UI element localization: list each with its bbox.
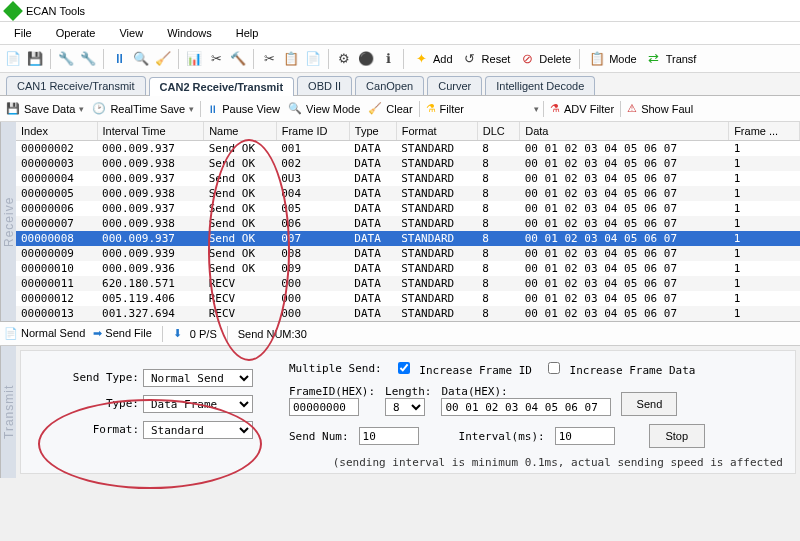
table-row[interactable]: 00000013001.327.694RECV000DATASTANDARD80…: [16, 306, 800, 321]
add-button[interactable]: ✦Add: [410, 49, 455, 69]
type-select[interactable]: Data Frame: [143, 395, 253, 413]
paste-icon[interactable]: 📄: [304, 50, 322, 68]
receive-side-tab[interactable]: Receive: [0, 122, 16, 321]
config2-icon[interactable]: 🔧: [79, 50, 97, 68]
column-header[interactable]: Interval Time: [97, 122, 204, 141]
interval-input[interactable]: [555, 427, 615, 445]
clear-icon[interactable]: 🧹: [154, 50, 172, 68]
menu-operate[interactable]: Operate: [50, 25, 102, 41]
cell-fmt: STANDARD: [396, 156, 477, 171]
transmit-side-tab[interactable]: Transmit: [0, 346, 16, 478]
table-row[interactable]: 00000010000.009.936Send OK009DATASTANDAR…: [16, 261, 800, 276]
send-button[interactable]: Send: [621, 392, 677, 416]
mode-button[interactable]: 📋Mode: [586, 49, 639, 69]
tab-obd2[interactable]: OBD II: [297, 76, 352, 95]
send-type-label: Send Type:: [73, 371, 139, 384]
column-header[interactable]: Format: [396, 122, 477, 141]
table-row[interactable]: 00000003000.009.938Send OK002DATASTANDAR…: [16, 156, 800, 171]
cell-name: RECV: [204, 276, 277, 291]
table-row[interactable]: 00000011620.180.571RECV000DATASTANDARD80…: [16, 276, 800, 291]
cell-itv: 000.009.938: [97, 156, 204, 171]
info-icon[interactable]: ℹ: [379, 50, 397, 68]
increase-frame-data-label: Increase Frame Data: [544, 359, 695, 377]
column-header[interactable]: Type: [349, 122, 396, 141]
menu-windows[interactable]: Windows: [161, 25, 218, 41]
new-icon[interactable]: 📄: [4, 50, 22, 68]
column-header[interactable]: Frame ...: [729, 122, 800, 141]
length-select[interactable]: 8: [385, 398, 425, 416]
clear-button[interactable]: 🧹Clear: [366, 101, 414, 116]
table-row[interactable]: 00000005000.009.938Send OK004DATASTANDAR…: [16, 186, 800, 201]
cut-icon[interactable]: ✂: [260, 50, 278, 68]
table-row[interactable]: 00000009000.009.939Send OK008DATASTANDAR…: [16, 246, 800, 261]
tab-intelligent-decode[interactable]: Intelligent Decode: [485, 76, 595, 95]
table-row[interactable]: 00000002000.009.937Send OK001DATASTANDAR…: [16, 141, 800, 157]
table-row[interactable]: 00000008000.009.937Send OK007DATASTANDAR…: [16, 231, 800, 246]
pause-view-button[interactable]: ⏸Pause View: [205, 102, 282, 116]
menu-view[interactable]: View: [113, 25, 149, 41]
cell-fr: 1: [729, 231, 800, 246]
column-header[interactable]: Name: [204, 122, 277, 141]
format-select[interactable]: Standard: [143, 421, 253, 439]
copy-icon[interactable]: 📋: [282, 50, 300, 68]
increase-frame-id-checkbox[interactable]: [398, 362, 410, 374]
transfer-button[interactable]: ⇄Transf: [643, 49, 699, 69]
adv-filter-button[interactable]: ⚗ADV Filter: [548, 101, 616, 116]
column-header[interactable]: Data: [520, 122, 729, 141]
table-row[interactable]: 00000012005.119.406RECV000DATASTANDARD80…: [16, 291, 800, 306]
tab-canopen[interactable]: CanOpen: [355, 76, 424, 95]
normal-send-button[interactable]: 📄 Normal Send: [4, 327, 85, 340]
frameid-input[interactable]: [289, 398, 359, 416]
send-num-input[interactable]: [359, 427, 419, 445]
show-fault-button[interactable]: ⚠Show Faul: [625, 101, 695, 116]
cell-data: 00 01 02 03 04 05 06 07: [520, 141, 729, 157]
column-header[interactable]: DLC: [477, 122, 519, 141]
tab-curver[interactable]: Curver: [427, 76, 482, 95]
increase-frame-id-label: Increase Frame ID: [394, 359, 532, 377]
tab-can2[interactable]: CAN2 Receive/Transmit: [149, 77, 295, 96]
table-row[interactable]: 00000007000.009.938Send OK006DATASTANDAR…: [16, 216, 800, 231]
table-row[interactable]: 00000004000.009.937Send OK0U3DATASTANDAR…: [16, 171, 800, 186]
realtime-save-button[interactable]: 🕑RealTime Save▾: [90, 101, 196, 116]
reset-button[interactable]: ↺Reset: [459, 49, 513, 69]
cell-dlc: 8: [477, 306, 519, 321]
cell-dlc: 8: [477, 216, 519, 231]
filter-dropdown-icon[interactable]: ▾: [534, 104, 539, 114]
menu-help[interactable]: Help: [230, 25, 265, 41]
view-icon[interactable]: 🔍: [132, 50, 150, 68]
cell-fmt: STANDARD: [396, 261, 477, 276]
increase-frame-data-checkbox[interactable]: [548, 362, 560, 374]
column-header[interactable]: Frame ID: [276, 122, 349, 141]
menu-file[interactable]: File: [8, 25, 38, 41]
tools3-icon[interactable]: 🔨: [229, 50, 247, 68]
stop-button[interactable]: Stop: [649, 424, 705, 448]
table-row[interactable]: 00000006000.009.937Send OK005DATASTANDAR…: [16, 201, 800, 216]
filter-button[interactable]: ⚗Filter: [424, 101, 466, 116]
delete-button[interactable]: ⊘Delete: [516, 49, 573, 69]
cell-name: Send OK: [204, 141, 277, 157]
help-icon[interactable]: ⚫: [357, 50, 375, 68]
tab-can1[interactable]: CAN1 Receive/Transmit: [6, 76, 146, 95]
down-arrow-icon[interactable]: ⬇: [173, 327, 182, 340]
column-header[interactable]: Index: [16, 122, 97, 141]
send-file-button[interactable]: ➡ Send File: [93, 327, 152, 340]
view-mode-button[interactable]: 🔍View Mode: [286, 101, 362, 116]
cell-fid: 0U3: [276, 171, 349, 186]
tools1-icon[interactable]: 📊: [185, 50, 203, 68]
config1-icon[interactable]: 🔧: [57, 50, 75, 68]
cell-itv: 005.119.406: [97, 291, 204, 306]
main-toolbar: 📄 💾 🔧 🔧 ⏸ 🔍 🧹 📊 ✂ 🔨 ✂ 📋 📄 ⚙ ⚫ ℹ ✦Add ↺Re…: [0, 45, 800, 73]
tab-bar: CAN1 Receive/Transmit CAN2 Receive/Trans…: [0, 73, 800, 96]
settings-icon[interactable]: ⚙: [335, 50, 353, 68]
pause-icon[interactable]: ⏸: [110, 50, 128, 68]
cell-name: RECV: [204, 306, 277, 321]
cell-name: Send OK: [204, 216, 277, 231]
send-type-select[interactable]: Normal Send: [143, 369, 253, 387]
cell-idx: 00000002: [16, 141, 97, 157]
datahex-input[interactable]: [441, 398, 611, 416]
save-data-button[interactable]: 💾Save Data▾: [4, 101, 86, 116]
save-icon[interactable]: 💾: [26, 50, 44, 68]
cell-dlc: 8: [477, 246, 519, 261]
tools2-icon[interactable]: ✂: [207, 50, 225, 68]
cell-fr: 1: [729, 276, 800, 291]
